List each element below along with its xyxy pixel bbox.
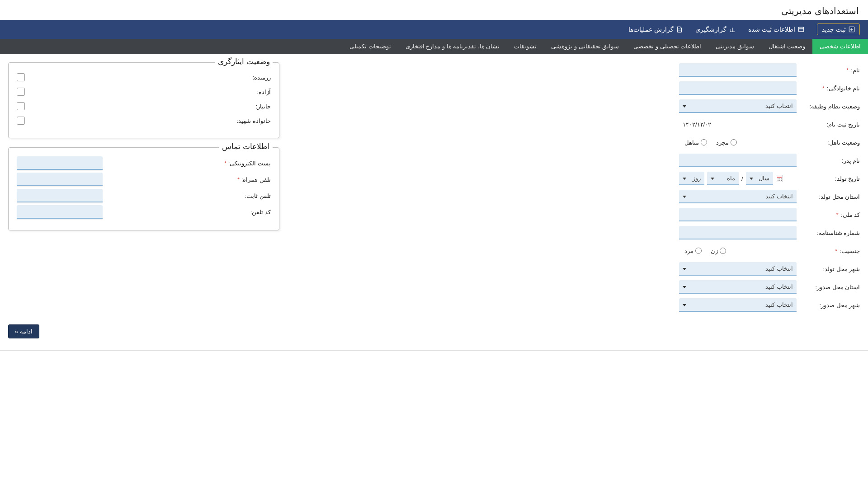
label-last-name: نام خانوادگی: * bbox=[797, 85, 860, 92]
reporting-label: گزارشگیری bbox=[695, 26, 726, 33]
radio-single[interactable]: مجرد bbox=[713, 139, 737, 146]
registered-link[interactable]: اطلاعات ثبت شده bbox=[748, 26, 804, 33]
label-mobile: تلفن همراه: * bbox=[106, 176, 271, 183]
chart-icon bbox=[729, 26, 736, 33]
veteran-label-3: خانواده شهید: bbox=[237, 117, 271, 124]
label-email: پست الکترونیکی: * bbox=[106, 160, 271, 167]
continue-button[interactable]: ادامه » bbox=[8, 324, 39, 338]
label-marital: وضعیت تاهل: bbox=[797, 139, 860, 146]
first-name-input[interactable] bbox=[679, 63, 797, 77]
veteran-check-0[interactable] bbox=[17, 73, 25, 81]
issue-city-select[interactable]: انتخاب کنید bbox=[679, 298, 797, 312]
label-idno: شماره شناسنامه: bbox=[797, 230, 860, 236]
military-select[interactable]: انتخاب کنید bbox=[679, 99, 797, 113]
label-birth-province: استان محل تولد: bbox=[797, 193, 860, 200]
list-icon bbox=[798, 26, 804, 33]
father-input[interactable] bbox=[679, 154, 797, 167]
tab-employment[interactable]: وضعیت اشتغال bbox=[761, 39, 813, 54]
veteran-check-1[interactable] bbox=[17, 88, 25, 96]
dob-month-select[interactable]: ماه bbox=[707, 172, 739, 185]
reg-date-value: ۱۴۰۲/۱۲/۰۲ bbox=[679, 121, 797, 128]
idno-input[interactable] bbox=[679, 226, 797, 239]
label-dob: تاریخ تولد: bbox=[797, 175, 860, 182]
tab-honors[interactable]: نشان ها، تقدیرنامه ها و مدارج افتخاری bbox=[398, 39, 507, 54]
registered-label: اطلاعات ثبت شده bbox=[748, 26, 795, 33]
area-input[interactable] bbox=[17, 205, 103, 219]
last-name-input[interactable] bbox=[679, 81, 797, 95]
veteran-fieldset: وضعیت ایثارگری رزمنده: آزاده: جانباز: خا… bbox=[8, 62, 279, 138]
tab-research[interactable]: سوابق تحقیقاتی و پژوهشی bbox=[544, 39, 626, 54]
topbar: ثبت جدید اطلاعات ثبت شده گزارشگیری گزارش… bbox=[0, 20, 868, 39]
dob-year-select[interactable]: سال bbox=[746, 172, 773, 185]
document-icon bbox=[676, 26, 683, 33]
label-birth-city: شهر محل تولد: bbox=[797, 266, 860, 272]
tab-personal[interactable]: اطلاعات شخصی bbox=[812, 39, 868, 54]
side-panels: وضعیت ایثارگری رزمنده: آزاده: جانباز: خا… bbox=[8, 62, 279, 315]
radio-male[interactable]: مرد bbox=[682, 248, 702, 254]
separator bbox=[0, 350, 868, 351]
label-gender: جنسیت: * bbox=[797, 248, 860, 254]
reporting-link[interactable]: گزارشگیری bbox=[695, 26, 736, 33]
label-area: کد تلفن: bbox=[106, 209, 271, 216]
oplog-label: گزارش عملیات‌ها bbox=[628, 26, 674, 33]
tab-management[interactable]: سوابق مدیریتی bbox=[708, 39, 761, 54]
label-issue-province: استان محل صدور: bbox=[797, 284, 860, 291]
mobile-input[interactable] bbox=[17, 173, 103, 186]
label-father: نام پدر: bbox=[797, 157, 860, 164]
page-title: استعدادهای مدیریتی bbox=[0, 0, 868, 20]
veteran-legend: وضعیت ایثارگری bbox=[215, 57, 273, 66]
plus-square-icon bbox=[849, 26, 855, 33]
radio-female[interactable]: زن bbox=[708, 248, 726, 254]
new-label: ثبت جدید bbox=[822, 26, 846, 33]
label-phone: تلفن ثابت: bbox=[106, 192, 271, 199]
issue-province-select[interactable]: انتخاب کنید bbox=[679, 280, 797, 294]
label-reg-date: تاریخ ثبت نام: bbox=[797, 121, 860, 128]
birth-province-select[interactable]: انتخاب کنید bbox=[679, 190, 797, 203]
veteran-check-2[interactable] bbox=[17, 102, 25, 110]
tabs: اطلاعات شخصی وضعیت اشتغال سوابق مدیریتی … bbox=[0, 39, 868, 54]
slash: / bbox=[741, 175, 743, 182]
svg-rect-3 bbox=[798, 27, 803, 32]
contact-fieldset: اطلاعات تماس پست الکترونیکی: * تلفن همرا… bbox=[8, 147, 279, 230]
veteran-check-3[interactable] bbox=[17, 117, 25, 125]
label-first-name: نام: * bbox=[797, 67, 860, 74]
label-issue-city: شهر محل صدور: bbox=[797, 302, 860, 309]
tab-notes[interactable]: توضیحات تکمیلی bbox=[342, 39, 398, 54]
email-input[interactable] bbox=[17, 156, 103, 170]
birth-city-select[interactable]: انتخاب کنید bbox=[679, 262, 797, 276]
dob-day-select[interactable]: روز bbox=[679, 172, 704, 185]
veteran-label-1: آزاده: bbox=[257, 89, 271, 95]
phone-input[interactable] bbox=[17, 189, 103, 202]
calendar-icon[interactable] bbox=[776, 175, 783, 182]
label-nid: کد ملی: * bbox=[797, 211, 860, 218]
label-military: وضعیت نظام وظیفه: bbox=[797, 103, 860, 110]
radio-married[interactable]: متاهل bbox=[682, 139, 707, 146]
new-button[interactable]: ثبت جدید bbox=[817, 23, 860, 35]
nid-input[interactable] bbox=[679, 208, 797, 221]
tab-education[interactable]: اطلاعات تحصیلی و تخصصی bbox=[626, 39, 708, 54]
contact-legend: اطلاعات تماس bbox=[219, 142, 273, 151]
personal-fields: نام: * نام خانوادگی: * وضعیت نظام وظیفه:… bbox=[679, 62, 860, 315]
oplog-link[interactable]: گزارش عملیات‌ها bbox=[628, 26, 683, 33]
tab-awards[interactable]: تشویقات bbox=[507, 39, 544, 54]
veteran-label-0: رزمنده: bbox=[252, 74, 271, 81]
veteran-label-2: جانباز: bbox=[255, 103, 271, 110]
